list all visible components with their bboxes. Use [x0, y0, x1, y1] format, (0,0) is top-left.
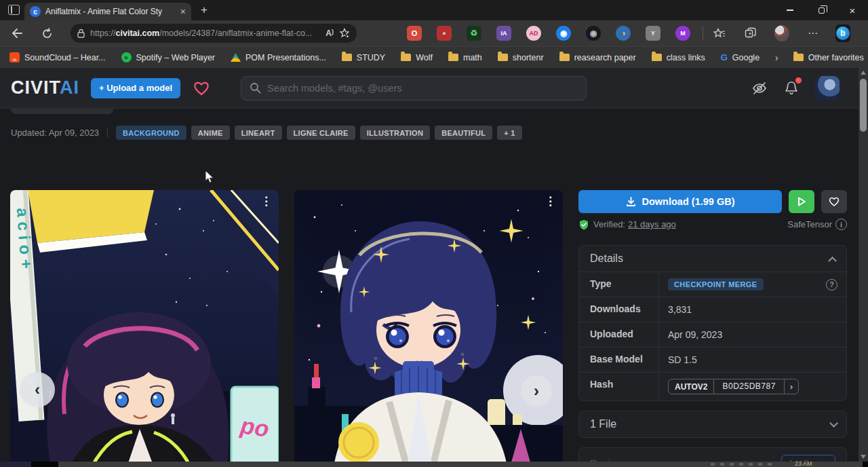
hash-expand-chevron[interactable]: › [784, 379, 798, 394]
bookmark-pom[interactable]: POM Presentations... [231, 53, 326, 62]
search-bar[interactable] [241, 76, 587, 100]
taskbar-start-area[interactable] [0, 462, 31, 467]
browser-tab[interactable]: c Aniflatmix - Anime Flat Color Sty × [24, 3, 191, 20]
type-badge[interactable]: CHECKPOINT MERGE [668, 278, 764, 291]
extension-icon-10[interactable]: M [675, 26, 690, 41]
restore-button[interactable] [806, 0, 837, 20]
bookmark-folder-wolf[interactable]: Wolf [401, 53, 433, 62]
favorite-model-button[interactable] [821, 190, 847, 213]
browser-menu-button[interactable]: ⋯ [806, 26, 821, 41]
gallery-image-2[interactable]: ⋮ [294, 190, 563, 467]
rating-pill[interactable]: ★★★★★ 51 [11, 109, 113, 114]
soundcloud-icon [9, 52, 20, 62]
extension-icon-8[interactable]: ◑ [616, 26, 631, 41]
bookmark-soundcloud[interactable]: SoundCloud – Hear... [9, 52, 106, 62]
collections-button[interactable] [743, 26, 758, 41]
extension-icon-5[interactable]: AD [526, 26, 541, 41]
favorites-star-icon [713, 28, 726, 39]
page-scrollbar[interactable] [859, 68, 868, 467]
window-controls: × [774, 0, 868, 20]
bookmark-folder-classlinks[interactable]: class links [652, 53, 705, 62]
verified-label: Verified: [593, 219, 625, 229]
back-button[interactable] [9, 26, 24, 41]
extension-icon-4[interactable]: IA [496, 26, 511, 41]
tag-anime[interactable]: ANIME [191, 126, 230, 140]
hide-content-eye-off-icon[interactable] [751, 81, 768, 96]
extension-icon-7[interactable]: ◉ [586, 26, 601, 41]
close-button[interactable]: × [837, 0, 868, 20]
carousel-prev-button[interactable]: ‹ [20, 372, 55, 407]
minimize-button[interactable] [774, 0, 806, 20]
tag-beautiful[interactable]: BEAUTIFUL [435, 126, 492, 140]
extension-icon-6[interactable]: ◉ [556, 26, 571, 41]
extension-icon-1[interactable]: O [407, 26, 422, 41]
bookmark-spotify[interactable]: Spotify – Web Player [121, 52, 216, 62]
bookmark-folder-research[interactable]: reasearch paper [559, 53, 636, 62]
neon-sign-po-text: po [239, 412, 271, 442]
scroll-down-arrow[interactable] [861, 455, 866, 459]
taskbar-sliver[interactable]: 23 AM [0, 462, 868, 467]
image-gallery: acio+ po ⋮ [10, 190, 563, 467]
bookmark-folder-study[interactable]: STUDY [342, 53, 385, 62]
bookmarks-overflow-chevron[interactable]: › [775, 52, 778, 63]
details-header[interactable]: Details [579, 246, 846, 272]
hash-type: AUTOV2 [669, 379, 713, 394]
extension-icon-2[interactable]: » [437, 26, 452, 41]
run-model-button[interactable] [789, 190, 814, 213]
favorite-star-icon[interactable] [339, 28, 350, 39]
tag-more[interactable]: + 1 [497, 126, 522, 140]
rating-stars: ★★★★★ [19, 109, 87, 111]
question-icon[interactable]: ? [826, 279, 837, 291]
gallery-image-1[interactable]: acio+ po ⋮ [10, 190, 279, 467]
user-avatar[interactable] [815, 76, 840, 100]
taskbar-tray-icons [711, 463, 772, 466]
tag-background[interactable]: BACKGROUND [116, 126, 186, 140]
notifications-button[interactable] [784, 80, 799, 96]
upload-model-button[interactable]: + Upload a model [91, 78, 180, 98]
url-text[interactable]: https://civitai.com/models/24387/aniflat… [90, 29, 323, 38]
profile-button[interactable] [774, 26, 789, 41]
read-aloud-icon[interactable]: A [326, 29, 334, 38]
extension-icon-9[interactable]: Y [646, 26, 660, 41]
scroll-up-arrow[interactable] [861, 71, 866, 75]
search-icon [250, 82, 261, 94]
info-icon[interactable]: i [835, 219, 847, 230]
verified-time-link[interactable]: 21 days ago [628, 219, 676, 229]
files-header[interactable]: 1 File [579, 411, 846, 437]
download-button[interactable]: Download (1.99 GB) [578, 190, 782, 213]
bookmark-google[interactable]: GGoogle [721, 52, 760, 62]
carousel-next-button[interactable]: › [521, 375, 552, 407]
image-menu-button[interactable]: ⋮ [545, 195, 556, 208]
tab-actions-icon[interactable] [8, 5, 20, 15]
detail-row-hash: Hash AUTOV2 B0D25DB787 › [579, 372, 846, 400]
extension-icon-3[interactable]: ♻ [467, 26, 481, 41]
folder-icon [498, 54, 508, 61]
other-favorites[interactable]: Other favorites [793, 53, 864, 62]
bing-chat-button[interactable]: b [835, 26, 850, 41]
model-meta-row: Updated: Apr 09, 2023 BACKGROUND ANIME L… [11, 126, 527, 140]
image-menu-button[interactable]: ⋮ [260, 195, 272, 208]
folder-icon [342, 54, 352, 61]
header-heart-button[interactable] [193, 80, 210, 96]
bookmark-folder-math[interactable]: math [448, 53, 482, 62]
civitai-logo[interactable]: CIVITAI [11, 77, 79, 98]
tag-illustration[interactable]: ILLUSTRATION [360, 126, 430, 140]
new-tab-button[interactable]: + [201, 3, 208, 17]
scrollbar-thumb[interactable] [860, 79, 867, 132]
url-domain: civitai.com [116, 29, 160, 38]
extensions-row: O » ♻ IA AD ◉ ◉ ◑ Y M [407, 26, 690, 41]
favorites-menu-button[interactable] [712, 26, 727, 41]
search-input[interactable] [267, 83, 578, 94]
bookmark-folder-shortenr[interactable]: shortenr [498, 53, 544, 62]
refresh-button[interactable] [39, 26, 54, 41]
minimize-icon [787, 10, 793, 10]
hash-pill[interactable]: AUTOV2 B0D25DB787 › [668, 379, 799, 394]
format-label: SafeTensor [787, 219, 832, 229]
address-bar[interactable]: https://civitai.com/models/24387/aniflat… [71, 24, 357, 43]
tab-title: Aniflatmix - Anime Flat Color Sty [45, 7, 176, 16]
tag-lineart[interactable]: LINEART [235, 126, 282, 140]
tag-ligne-claire[interactable]: LIGNE CLAIRE [287, 126, 355, 140]
folder-icon [793, 54, 804, 61]
lock-icon [77, 29, 85, 38]
tab-close-icon[interactable]: × [180, 7, 186, 16]
